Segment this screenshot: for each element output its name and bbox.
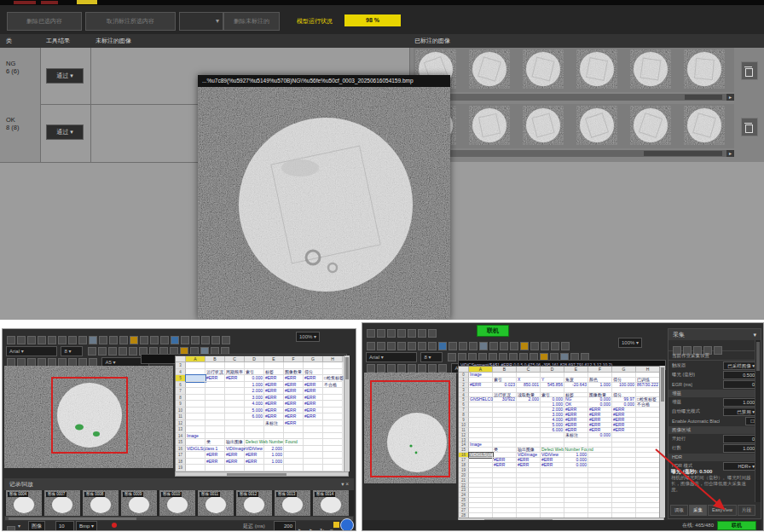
toolbar-icon[interactable] [397,364,406,373]
loop-button[interactable]: ↻ [320,528,325,531]
stepper-control[interactable]: 0 [723,435,757,443]
cell-B16[interactable] [205,446,225,453]
cell-H9[interactable] [323,401,343,408]
collapse-caret-icon[interactable]: ▾ [753,329,756,340]
cell-A14[interactable]: Image [186,433,205,440]
labeled-image-thumbnail[interactable] [684,106,725,145]
sheet-hscrollbar[interactable] [175,471,349,477]
toolbar-icon[interactable] [397,329,406,338]
row-header-14[interactable]: 14 [176,433,186,440]
cell-G16[interactable] [304,446,323,453]
cell-D18[interactable]: #ERR [245,459,264,466]
cell-H5[interactable]: □检查标签 [323,375,343,382]
cell-D5[interactable]: 0.000 [245,375,264,382]
cell-E8[interactable]: #ERR [264,395,284,402]
cell-B18[interactable]: #ERR [205,459,225,466]
col-header-D[interactable]: D [541,367,564,373]
cell-B12[interactable] [205,420,225,427]
cell-D6[interactable]: 1.000 [245,382,264,389]
cell-G17[interactable] [304,452,323,459]
cell-G4[interactable]: 得分 [304,369,323,376]
cell-B19[interactable] [205,465,225,471]
labeled-image-thumbnail[interactable] [684,49,725,89]
cell-D3[interactable] [245,362,264,369]
col-header-C[interactable]: C [225,356,245,362]
cell-E4[interactable]: 标签 [264,369,284,376]
cell-H10[interactable] [323,408,343,414]
cell-F11[interactable]: #ERR [284,413,304,420]
cell-F14[interactable] [284,433,304,440]
filmstrip-thumbnail[interactable]: 图像 0014 [313,490,349,516]
cell-F6[interactable]: #ERR [284,382,304,389]
toolbar-icon[interactable] [387,329,396,338]
col-header-E[interactable]: E [564,367,588,373]
cell-C16[interactable]: ViDiImage [225,446,245,453]
cell-A11[interactable] [186,413,205,420]
cell-D17[interactable]: #ERR [245,452,264,459]
cell-C3[interactable] [225,362,245,369]
settings-tab-调板[interactable]: 调板 [670,505,688,516]
cell-H6[interactable]: 不合格 [323,382,343,389]
cell-F12[interactable]: #ERR [284,420,304,427]
col-header-H[interactable]: H [323,356,343,362]
cell-B8[interactable] [205,395,225,402]
filmstrip-thumbnail[interactable]: 图像 0010 [159,490,195,516]
unlabel-selected-button[interactable]: 取消标注所选内容 [85,12,176,31]
cell-D12[interactable] [245,420,264,427]
toolbar-icon[interactable] [428,329,437,338]
cell-C19[interactable] [225,465,245,471]
row-header-4[interactable]: 4 [176,369,186,376]
settings-scrollbar[interactable] [755,340,761,502]
cell-A5[interactable] [186,375,205,382]
zoom-dropdown[interactable]: 100% ▾ [618,338,642,348]
cell-A10[interactable] [186,408,205,414]
cell-H4[interactable] [323,369,343,376]
cell-C8[interactable] [225,395,245,402]
cell-C10[interactable] [225,408,245,414]
folder-caret[interactable]: ▾ [18,523,20,529]
cell-C15[interactable]: 输出图像 [225,439,245,446]
cell-D11[interactable]: 6.000 [245,413,264,420]
toolbar-icon[interactable] [377,329,385,338]
labeled-image-thumbnail[interactable] [630,49,671,89]
format-dropdown[interactable]: Bmp ▾ [76,521,97,531]
cell-E18[interactable]: 1.000 [264,459,284,466]
toolbar-icon[interactable] [428,364,437,373]
cell-F15[interactable] [284,439,304,446]
cell-C4[interactable]: 周期频率 [225,369,245,376]
cell-A8[interactable] [186,395,205,402]
row-header-5[interactable]: 5 [176,375,186,382]
delete-selected-button[interactable]: 删除已选内容 [7,12,82,31]
cell-A19[interactable] [186,465,205,471]
settings-section-图像区域[interactable]: 图像区域▾ [668,426,761,434]
cell-G19[interactable] [304,465,323,471]
cell-G5[interactable]: #ERR [304,375,323,382]
col-header-D[interactable]: D [245,356,264,362]
cell-A3[interactable] [186,362,205,369]
stop-button[interactable]: ■ [330,528,333,531]
col-header-B[interactable]: B [205,356,225,362]
col-header-E[interactable]: E [264,356,284,362]
cell-H3[interactable] [323,362,343,369]
cell-B13[interactable] [205,426,225,433]
filmstrip-thumbnail[interactable]: 图像 0007 [44,490,80,516]
filmstrip-thumbnail[interactable]: 图像 0008 [83,490,119,516]
filmstrip-thumbnail[interactable]: 图像 0011 [198,490,234,516]
select-control[interactable]: 已禁用 ▾ [723,408,757,416]
labeled-image-thumbnail[interactable] [469,49,510,89]
filmstrip-thumbnail[interactable]: 图像 0012 [236,490,272,516]
settings-tab-EasyView[interactable]: EasyView [708,505,737,516]
row-header-11[interactable]: 11 [176,413,186,420]
cell-H18[interactable] [323,459,343,466]
cell-C14[interactable] [225,433,245,440]
select-control[interactable]: 已采样图像 ▾ [723,361,757,370]
cell-H8[interactable] [323,395,343,402]
row-header-8[interactable]: 8 [176,395,186,402]
cell-C5[interactable]: #ERR [225,375,245,382]
stepper-control[interactable]: 1.000 [723,398,757,407]
cell-G9[interactable]: #ERR [304,401,323,408]
cell-B4[interactable]: 运行状况 [205,369,225,376]
cell-C6[interactable] [225,382,245,389]
cell-H13[interactable] [323,426,343,433]
ok-result-dropdown[interactable]: 通过 ▾ [46,124,84,140]
